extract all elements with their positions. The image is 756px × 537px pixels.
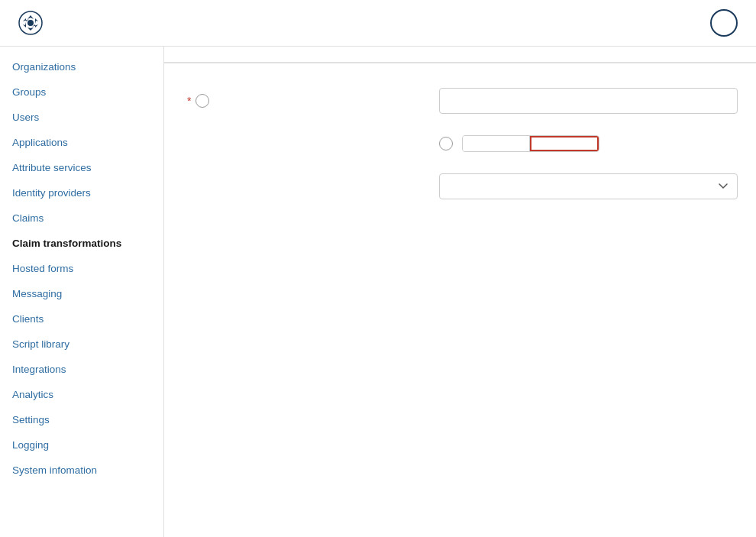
sidebar-item-identity-providers[interactable]: Identity providers <box>0 180 163 205</box>
owner-org-control-area <box>439 173 738 199</box>
name-input[interactable] <box>439 88 738 114</box>
sidebar-item-system-information[interactable]: System infomation <box>0 458 163 483</box>
yes-button[interactable] <box>463 136 530 151</box>
sidebar-item-applications[interactable]: Applications <box>0 130 163 155</box>
sidebar-item-logging[interactable]: Logging <box>0 432 163 458</box>
sidebar-item-claim-transformations[interactable]: Claim transformations <box>0 231 163 256</box>
sidebar-item-organizations[interactable]: Organizations <box>0 54 163 79</box>
execute-label <box>183 136 427 151</box>
name-row: * <box>183 88 738 114</box>
main-content: * <box>164 47 756 537</box>
sidebar-item-users[interactable]: Users <box>0 105 163 130</box>
owner-org-select[interactable] <box>439 173 738 199</box>
no-button[interactable] <box>530 136 599 151</box>
execute-row <box>183 135 738 152</box>
sidebar-item-claims[interactable]: Claims <box>0 205 163 231</box>
form-area: * <box>164 63 756 245</box>
sidebar-item-clients[interactable]: Clients <box>0 306 163 332</box>
svg-point-1 <box>27 20 34 26</box>
layout: OrganizationsGroupsUsersApplicationsAttr… <box>0 47 756 537</box>
header-left <box>18 11 73 35</box>
header <box>0 0 756 47</box>
execute-help-icon[interactable] <box>439 137 453 150</box>
sidebar-item-analytics[interactable]: Analytics <box>0 382 163 407</box>
name-label-area: * <box>183 94 427 108</box>
sidebar: OrganizationsGroupsUsersApplicationsAttr… <box>0 47 164 537</box>
name-help-icon[interactable] <box>195 94 209 108</box>
execute-label-area <box>183 136 427 151</box>
logo <box>18 11 49 35</box>
sidebar-item-hosted-forms[interactable]: Hosted forms <box>0 256 163 281</box>
sidebar-item-settings[interactable]: Settings <box>0 407 163 432</box>
execute-toggle-group <box>462 135 599 152</box>
sidebar-item-groups[interactable]: Groups <box>0 79 163 105</box>
execute-control-area <box>439 135 738 152</box>
sidebar-item-messaging[interactable]: Messaging <box>0 281 163 306</box>
name-required-star: * <box>187 95 191 107</box>
owner-org-row <box>183 173 738 199</box>
sidebar-item-integrations[interactable]: Integrations <box>0 357 163 382</box>
sidebar-item-script-library[interactable]: Script library <box>0 332 163 357</box>
sidebar-item-attribute-services[interactable]: Attribute services <box>0 155 163 180</box>
logo-icon <box>18 11 43 35</box>
name-control-area <box>439 88 738 114</box>
close-button[interactable] <box>710 9 738 37</box>
